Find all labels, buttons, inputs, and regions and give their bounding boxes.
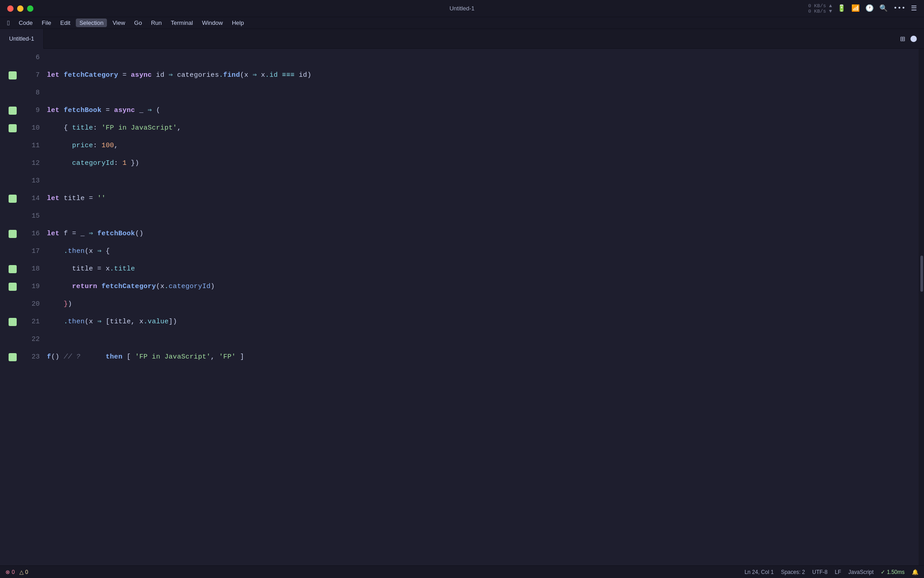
wifi-icon: 📶 [851,4,860,13]
breakpoint-10[interactable] [9,124,17,132]
line-code-23: f() // ? then [ 'FP in JavaScript', 'FP'… [47,348,919,366]
line-row: 6 [4,49,919,66]
clock-icon: 🕐 [865,4,874,13]
breakpoint-16[interactable] [9,230,17,238]
line-row: 21 .then(x ⇒ [title, x.value]) [4,313,919,331]
menu-icon: ☰ [911,4,917,13]
line-row: 9 let fetchBook = async _ ⇒ ( [4,102,919,119]
spaces-indicator[interactable]: Spaces: 2 [781,569,805,575]
menu-run[interactable]: Run [148,19,166,27]
breakpoint-9[interactable] [9,107,17,115]
breakpoint-gutter-14 [4,195,22,203]
window-title: Untitled-1 [449,5,475,12]
line-number-10: 10 [22,119,47,137]
line-code-12: categoryId: 1 }) [47,154,919,172]
line-row: 8 [4,84,919,102]
line-ending-indicator[interactable]: LF [835,569,841,575]
breakpoint-19[interactable] [9,283,17,291]
line-number-12: 12 [22,154,47,172]
menu-go[interactable]: Go [130,19,145,27]
breakpoint-14[interactable] [9,195,17,203]
line-row: 19 return fetchCategory(x.categoryId) [4,278,919,295]
line-row: 12 categoryId: 1 }) [4,154,919,172]
line-code-17: .then(x ⇒ { [47,242,919,260]
menu-file[interactable]: File [38,19,55,27]
breakpoint-gutter-21 [4,318,22,326]
more-icon: ••• [893,5,906,12]
notifications-icon[interactable]: 🔔 [912,569,919,575]
breakpoint-23[interactable] [9,353,17,361]
network-icon: 0 KB/s ▲0 KB/s ▼ [808,3,832,14]
breakpoint-gutter-23 [4,353,22,361]
title-bar-right: 0 KB/s ▲0 KB/s ▼ 🔋 📶 🕐 🔍 ••• ☰ [808,3,917,14]
error-count[interactable]: ⊗ 0 [5,569,15,575]
menu-bar:  Code File Edit Selection View Go Run T… [0,17,924,29]
breakpoint-gutter-18 [4,265,22,273]
line-number-13: 13 [22,172,47,190]
tab-label: Untitled-1 [9,35,34,42]
language-indicator[interactable]: JavaScript [848,569,873,575]
menu-selection[interactable]: Selection [76,19,107,27]
line-code-8 [47,84,919,102]
line-number-8: 8 [22,84,47,102]
maximize-button[interactable] [27,5,33,12]
warning-icon: △ [19,569,23,575]
title-bar: Untitled-1 0 KB/s ▲0 KB/s ▼ 🔋 📶 🕐 🔍 ••• … [0,0,924,17]
line-code-19: return fetchCategory(x.categoryId) [47,278,919,295]
status-left: ⊗ 0 △ 0 [5,569,28,575]
line-number-17: 17 [22,242,47,260]
breakpoint-18[interactable] [9,265,17,273]
menu-edit[interactable]: Edit [57,19,74,27]
breakpoint-gutter-16 [4,230,22,238]
line-row: 14 let title = '' [4,190,919,207]
breakpoint-gutter-10 [4,124,22,132]
cursor-position[interactable]: Ln 24, Col 1 [744,569,774,575]
menu-help[interactable]: Help [228,19,248,27]
traffic-lights [7,5,33,12]
line-code-15 [47,207,919,225]
line-number-19: 19 [22,278,47,295]
breakpoint-7[interactable] [9,71,17,79]
line-row: 22 [4,331,919,348]
tab-untitled-1[interactable]: Untitled-1 [0,29,44,49]
line-row: 18 title = x.title [4,260,919,278]
battery-icon: 🔋 [837,4,846,13]
line-code-11: price: 100, [47,137,919,154]
menu-window[interactable]: Window [199,19,226,27]
warning-count[interactable]: △ 0 [19,569,28,575]
line-number-20: 20 [22,295,47,313]
apple-menu[interactable]:  [4,18,13,28]
minimize-button[interactable] [17,5,23,12]
code-area[interactable]: 6 7 let fetchCategory = async id ⇒ categ… [0,49,919,565]
spotlight-icon: 🔍 [879,4,888,13]
line-row: 13 [4,172,919,190]
line-number-21: 21 [22,313,47,331]
vertical-scrollbar[interactable] [919,49,924,565]
line-code-21: .then(x ⇒ [title, x.value]) [47,313,919,331]
line-row: 23 f() // ? then [ 'FP in JavaScript', '… [4,348,919,366]
line-row: 15 [4,207,919,225]
status-bar: ⊗ 0 △ 0 Ln 24, Col 1 Spaces: 2 UTF-8 LF … [0,565,924,578]
line-code-9: let fetchBook = async _ ⇒ ( [47,102,919,119]
menu-code[interactable]: Code [15,19,36,27]
close-button[interactable] [7,5,14,12]
line-number-15: 15 [22,207,47,225]
scrollbar-thumb[interactable] [920,256,923,292]
tab-bar-right: ⊞ [900,34,917,44]
breakpoint-gutter-9 [4,107,22,115]
settings-dot-icon[interactable] [910,36,917,42]
line-code-10: { title: 'FP in JavaScript', [47,119,919,137]
tab-bar: Untitled-1 ⊞ [0,29,924,49]
line-code-16: let f = _ ⇒ fetchBook() [47,225,919,242]
breakpoint-21[interactable] [9,318,17,326]
line-code-6 [47,49,919,66]
error-icon: ⊗ [5,569,10,575]
line-number-22: 22 [22,331,47,348]
menu-view[interactable]: View [109,19,129,27]
line-code-22 [47,331,919,348]
status-right: Ln 24, Col 1 Spaces: 2 UTF-8 LF JavaScri… [744,569,919,575]
line-number-7: 7 [22,66,47,84]
menu-terminal[interactable]: Terminal [167,19,197,27]
encoding-indicator[interactable]: UTF-8 [812,569,827,575]
split-editor-icon[interactable]: ⊞ [900,34,905,44]
